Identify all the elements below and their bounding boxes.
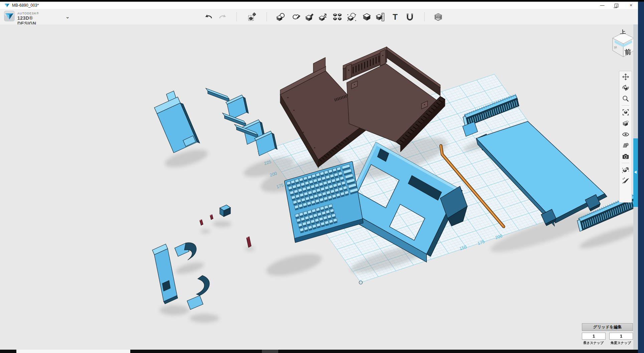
hide-sketches-icon[interactable] bbox=[619, 175, 632, 186]
collapse-arrow-icon bbox=[634, 170, 637, 174]
view-cube[interactable]: 上 前 左 bbox=[605, 28, 638, 62]
toolbar-separator bbox=[424, 12, 425, 21]
combine-icon[interactable] bbox=[362, 12, 371, 22]
view-cube-front-label: 前 bbox=[625, 48, 632, 56]
angle-snap-label: 角度スナップ bbox=[609, 341, 632, 345]
app-icon bbox=[4, 3, 10, 8]
bottom-window-edge bbox=[0, 350, 638, 353]
primitives-icon[interactable] bbox=[276, 12, 285, 22]
angle-snap-input[interactable] bbox=[609, 333, 633, 340]
toolbar-separator bbox=[622, 105, 629, 106]
side-bracket-part[interactable] bbox=[154, 91, 200, 153]
snap-icon[interactable] bbox=[405, 12, 415, 22]
restore-icon-back bbox=[614, 5, 617, 8]
measure-icon[interactable] bbox=[375, 12, 385, 22]
svg-text:T: T bbox=[393, 12, 398, 21]
main-toolbar: AUTODESK® 123D® DESIGN ⌄ bbox=[0, 9, 644, 25]
toolbar-separator bbox=[267, 12, 267, 21]
modify-icon[interactable] bbox=[305, 12, 314, 22]
brand-autodesk: AUTODESK® bbox=[17, 12, 39, 15]
redo-icon[interactable] bbox=[218, 12, 227, 22]
document-title: MB-6890_003* bbox=[12, 3, 39, 8]
grid-settings-panel: グリッドを編集 長さスナップ 角度スナップ bbox=[582, 323, 633, 347]
bracket-parts[interactable] bbox=[206, 88, 277, 156]
pattern-icon[interactable] bbox=[333, 12, 342, 22]
length-snap-input[interactable] bbox=[582, 333, 606, 340]
sketch-icon[interactable] bbox=[292, 12, 301, 22]
grid-visibility-icon[interactable] bbox=[619, 140, 632, 151]
camera-screenshot-icon[interactable] bbox=[619, 151, 632, 162]
background-taskbar-segment2 bbox=[262, 350, 278, 353]
3d-viewport[interactable]: 250225200175150175200 bbox=[0, 24, 644, 350]
shading-icon[interactable] bbox=[619, 118, 632, 129]
menu-chevron-icon[interactable]: ⌄ bbox=[65, 14, 70, 20]
orbit-icon[interactable] bbox=[619, 82, 632, 93]
navigation-toolbar bbox=[619, 71, 632, 203]
zoom-icon[interactable] bbox=[619, 93, 632, 104]
toolbar-separator bbox=[622, 163, 629, 163]
grouping-icon[interactable] bbox=[347, 12, 356, 22]
undo-icon[interactable] bbox=[204, 12, 213, 22]
layers-icon[interactable] bbox=[434, 12, 443, 22]
titlebar: MB-6890_003* — × bbox=[0, 2, 644, 9]
restore-button[interactable] bbox=[611, 2, 622, 9]
toolbar-separator bbox=[236, 12, 237, 21]
123d-logo-icon bbox=[4, 11, 15, 21]
text-icon[interactable]: T bbox=[390, 12, 400, 22]
pan-icon[interactable] bbox=[619, 71, 632, 82]
background-window-strip bbox=[638, 2, 644, 353]
close-button[interactable]: × bbox=[625, 2, 637, 9]
minimize-button[interactable]: — bbox=[597, 2, 608, 9]
small-parts-cluster[interactable] bbox=[152, 205, 251, 310]
edit-grid-button[interactable]: グリッドを編集 bbox=[582, 323, 633, 331]
background-taskbar-segment bbox=[16, 350, 130, 353]
view-cube-top-label: 上 bbox=[620, 29, 626, 35]
select-move-icon[interactable] bbox=[247, 12, 256, 22]
snap-target-icon[interactable] bbox=[619, 164, 632, 175]
construct-icon[interactable] bbox=[318, 12, 328, 22]
panel-collapse-handle[interactable] bbox=[633, 138, 638, 207]
visibility-eye-icon[interactable] bbox=[619, 129, 632, 140]
fit-view-icon[interactable] bbox=[619, 107, 632, 118]
length-snap-label: 長さスナップ bbox=[582, 341, 605, 345]
